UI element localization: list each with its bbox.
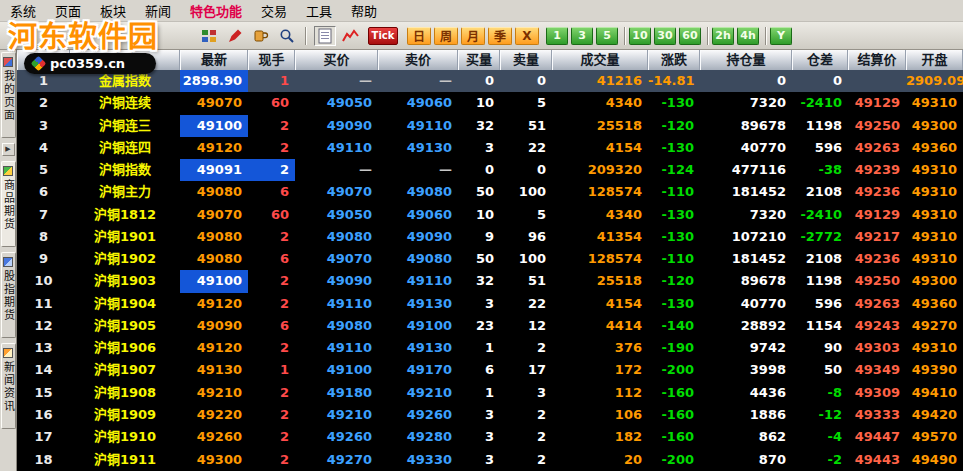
menu-item-4[interactable]: 新闻 <box>145 1 171 20</box>
quote-row[interactable]: 18沪铜191149300249270493303220-200870-2494… <box>17 449 963 471</box>
quote-row[interactable]: 7沪铜1812490706049050490601054340-1307320-… <box>17 204 963 226</box>
cell-vol: 4154 <box>552 137 648 159</box>
column-header-10[interactable]: 涨跌 <box>648 50 700 70</box>
column-header-8[interactable]: 卖量 <box>500 50 552 70</box>
column-header-7[interactable]: 买量 <box>458 50 500 70</box>
column-header-4[interactable]: 现手 <box>248 50 295 70</box>
cell-settle: 49217 <box>848 226 906 248</box>
layout-grid-icon[interactable] <box>198 26 220 46</box>
cell-vol: 4414 <box>552 315 648 337</box>
quote-row[interactable]: 15沪铜1908492102491804921013112-1604436-84… <box>17 382 963 404</box>
cell-hand: 2 <box>248 382 295 404</box>
period-button-4h[interactable]: 4h <box>737 27 759 45</box>
cell-name: 沪铜主力 <box>70 181 180 203</box>
cell-seq: 7 <box>17 204 70 226</box>
cell-oi: 181452 <box>700 248 792 270</box>
column-header-3[interactable]: 最新 <box>180 50 248 70</box>
period-button-1[interactable]: 1 <box>546 27 568 45</box>
cell-chg: -160 <box>648 404 700 426</box>
cell-open: 49390 <box>906 359 963 381</box>
menu-item-3[interactable]: 板块 <box>100 1 126 20</box>
cell-vol: 4340 <box>552 92 648 114</box>
quote-row[interactable]: 11沪铜190449120249110491303224154-13040770… <box>17 293 963 315</box>
column-header-6[interactable]: 卖价 <box>378 50 458 70</box>
menu-item-8[interactable]: 帮助 <box>351 1 377 20</box>
quote-row[interactable]: 4沪铜连四49120249110491303224154-13040770596… <box>17 137 963 159</box>
quote-row[interactable]: 17沪铜1910492602492604928032182-160862-449… <box>17 426 963 448</box>
period-button-30[interactable]: 30 <box>654 27 676 45</box>
mug-icon[interactable] <box>250 26 272 46</box>
cell-last: 49080 <box>180 181 248 203</box>
column-header-1[interactable]: 序号 <box>17 50 70 70</box>
sidebar-tab-4[interactable]: 新闻资讯 <box>1 343 16 429</box>
quote-row[interactable]: 16沪铜1909492202492104926032106-1601886-12… <box>17 404 963 426</box>
column-header-14[interactable]: 开盘 <box>906 50 963 70</box>
column-header-2[interactable]: 名称 <box>70 50 180 70</box>
cell-settle: 49447 <box>848 426 906 448</box>
column-header-5[interactable]: 买价 <box>295 50 378 70</box>
cell-askVol: 2 <box>500 426 552 448</box>
period-button-Y[interactable]: Y <box>770 27 792 45</box>
sidebar-tab-2[interactable]: 商品期货 <box>1 161 16 247</box>
quote-row[interactable]: 10沪铜19034910024909049110325125518-120896… <box>17 270 963 292</box>
quote-row[interactable]: 5沪铜指数490912——00209320-124477116-38492394… <box>17 159 963 181</box>
pencil-icon[interactable] <box>224 26 246 46</box>
cell-settle: 49236 <box>848 248 906 270</box>
cell-name: 沪铜1812 <box>70 204 180 226</box>
cell-oiChg: -8 <box>792 382 848 404</box>
tick-period-button[interactable]: Tick <box>368 27 398 45</box>
column-header-11[interactable]: 持仓量 <box>700 50 792 70</box>
cell-chg: -120 <box>648 115 700 137</box>
magnifier-icon[interactable] <box>276 26 298 46</box>
quote-row[interactable]: 14沪铜19074913014910049170617172-200399850… <box>17 359 963 381</box>
quote-row[interactable]: 2沪铜连续490706049050490601054340-1307320-24… <box>17 92 963 114</box>
cell-askVol: 17 <box>500 359 552 381</box>
quote-row[interactable]: 3沪铜连三4910024909049110325125518-120896781… <box>17 115 963 137</box>
column-header-9[interactable]: 成交量 <box>552 50 648 70</box>
kline-chart-icon[interactable] <box>340 26 362 46</box>
cell-ask: 49130 <box>378 293 458 315</box>
period-button-周[interactable]: 周 <box>434 27 458 45</box>
cell-chg: -160 <box>648 382 700 404</box>
sidebar-tab-1[interactable]: 我的页面 <box>1 52 16 138</box>
period-button-3[interactable]: 3 <box>571 27 593 45</box>
quote-row[interactable]: 6沪铜主力490806490704908050100128574-1101814… <box>17 181 963 203</box>
column-header-13[interactable]: 结算价 <box>848 50 906 70</box>
sidebar-tab-3[interactable]: 股指期货 <box>1 252 16 338</box>
quote-row[interactable]: 13沪铜1906491202491104913012376-1909742904… <box>17 337 963 359</box>
period-button-季[interactable]: 季 <box>488 27 512 45</box>
toolbar-separator <box>765 27 767 45</box>
period-button-X[interactable]: X <box>515 27 539 45</box>
quote-row[interactable]: 12沪铜1905490906490804910023124414-1402889… <box>17 315 963 337</box>
menu-item-2[interactable]: 页面 <box>55 1 81 20</box>
cell-seq: 5 <box>17 159 70 181</box>
menu-item-7[interactable]: 工具 <box>306 1 332 20</box>
cell-seq: 15 <box>17 382 70 404</box>
quote-row[interactable]: 1金属指数2898.901——0041216-14.81002909.09 <box>17 70 963 92</box>
period-button-月[interactable]: 月 <box>461 27 485 45</box>
cell-oiChg: 596 <box>792 137 848 159</box>
cell-open: 49310 <box>906 181 963 203</box>
quote-row[interactable]: 9沪铜1902490806490704908050100128574-11018… <box>17 248 963 270</box>
cell-oiChg: 2108 <box>792 248 848 270</box>
period-button-日[interactable]: 日 <box>407 27 431 45</box>
cell-ask: 49330 <box>378 449 458 471</box>
cell-bid: — <box>295 70 378 92</box>
cell-bid: 49100 <box>295 359 378 381</box>
menu-item-1[interactable]: 系统 <box>10 1 36 20</box>
cell-name: 沪铜1904 <box>70 293 180 315</box>
sidebar-expand-arrow[interactable]: ▶ <box>2 143 15 156</box>
period-button-5[interactable]: 5 <box>596 27 618 45</box>
cell-hand: 2 <box>248 404 295 426</box>
cell-askVol: 96 <box>500 226 552 248</box>
report-view-icon[interactable] <box>314 26 336 46</box>
cell-settle: 49303 <box>848 337 906 359</box>
menu-item-6[interactable]: 交易 <box>261 1 287 20</box>
cell-oiChg: -38 <box>792 159 848 181</box>
column-header-12[interactable]: 仓差 <box>792 50 848 70</box>
period-button-2h[interactable]: 2h <box>712 27 734 45</box>
period-button-10[interactable]: 10 <box>629 27 651 45</box>
menu-item-5[interactable]: 特色功能 <box>190 1 242 20</box>
quote-row[interactable]: 8沪铜1901490802490804909099641354-13010721… <box>17 226 963 248</box>
period-button-60[interactable]: 60 <box>679 27 701 45</box>
